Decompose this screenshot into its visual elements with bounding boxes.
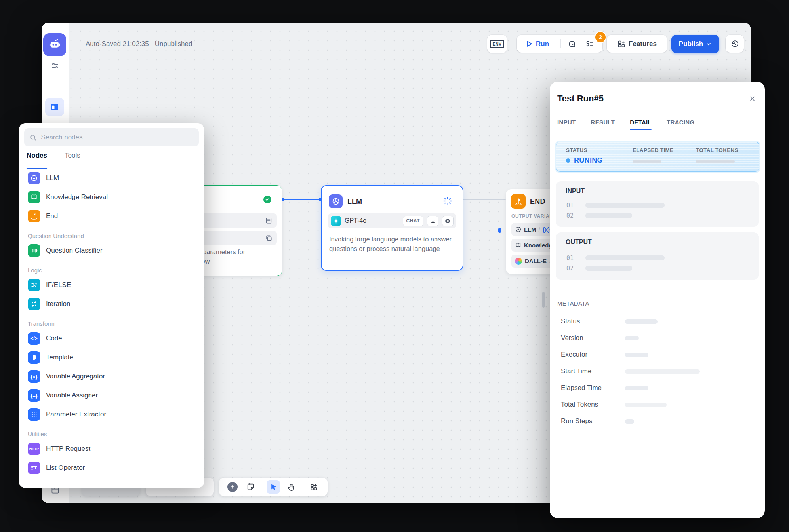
publish-button[interactable]: Publish: [671, 35, 719, 53]
brain-icon: [28, 172, 40, 184]
toolbar-divider: [262, 483, 262, 491]
spinner-icon: [442, 196, 453, 206]
meta-status-label: Status: [561, 317, 580, 325]
dalle-icon: [515, 258, 522, 265]
skeleton-bar: [633, 160, 661, 163]
tab-tools[interactable]: Tools: [65, 152, 80, 165]
node-item-variable-assigner[interactable]: {=} Variable Assigner: [19, 386, 204, 405]
llm-node-title: LLM: [347, 198, 362, 206]
row-index: 02: [566, 212, 574, 219]
node-item-llm[interactable]: LLM: [19, 169, 204, 188]
classifier-icon: [28, 244, 40, 257]
skeleton-bar: [625, 403, 667, 407]
skeleton-bar: [585, 213, 632, 218]
row-index: 02: [566, 265, 574, 272]
version-history-button[interactable]: [726, 35, 744, 53]
document-icon: [265, 217, 273, 224]
run-button[interactable]: Run: [521, 35, 554, 53]
close-button[interactable]: [747, 93, 757, 104]
elapsed-time-label: ELAPSED TIME: [633, 147, 673, 153]
braces-x-icon: {x}: [28, 370, 40, 383]
robot-logo-icon: [48, 38, 61, 51]
page: Auto-Saved 21:02:35 · Unpublished ENV Ru…: [0, 0, 789, 532]
add-note-button[interactable]: [244, 480, 257, 494]
app-logo[interactable]: [43, 33, 66, 56]
search-box: [24, 128, 199, 146]
variable-source: DALL-E: [525, 258, 547, 264]
flag-icon: [28, 210, 40, 222]
node-item-list-operator[interactable]: List Operator: [19, 458, 204, 477]
sidebar-divider: [47, 83, 62, 83]
pointer-tool-button[interactable]: [267, 480, 280, 494]
node-item-variable-aggregator[interactable]: {x} Variable Aggregator: [19, 367, 204, 386]
code-icon: </>: [28, 332, 40, 345]
skeleton-bar: [625, 386, 648, 390]
meta-start-time-label: Start Time: [561, 367, 591, 375]
edge-connector[interactable]: [498, 228, 501, 233]
close-icon: [749, 95, 756, 103]
tab-tracing[interactable]: TRACING: [667, 115, 694, 129]
env-icon: ENV: [492, 40, 502, 48]
toolbar-divider: [560, 39, 561, 48]
node-item-code[interactable]: </> Code: [19, 329, 204, 348]
copy-icon: [265, 234, 273, 242]
play-icon: [526, 40, 533, 48]
skeleton-bar: [585, 266, 632, 271]
http-icon: HTTP: [28, 443, 40, 455]
status-value: RUNING: [566, 156, 603, 165]
organize-nodes-button[interactable]: [307, 480, 321, 494]
meta-run-steps-label: Run Steps: [561, 417, 592, 425]
section-utilities: Utilities: [19, 431, 204, 437]
row-index: 01: [566, 255, 574, 262]
chevron-down-icon: [705, 41, 712, 47]
node-item-knowledge-retrieval[interactable]: Knowledge Retrieval: [19, 188, 204, 207]
tab-detail[interactable]: DETAIL: [630, 115, 652, 129]
node-item-end[interactable]: End: [19, 207, 204, 226]
robot-icon: [430, 218, 436, 224]
node-item-iteration[interactable]: Iteration: [19, 294, 204, 314]
meta-total-tokens-label: Total Tokens: [561, 401, 598, 408]
dot-grid-icon: [28, 408, 40, 421]
skeleton-bar: [585, 203, 665, 208]
hand-tool-button[interactable]: [284, 480, 298, 494]
row-index: 01: [566, 202, 574, 209]
autosave-status: Auto-Saved 21:02:35 · Unpublished: [86, 40, 192, 48]
run-history-icon[interactable]: [568, 39, 577, 49]
brain-icon: [515, 226, 522, 233]
eye-icon: [444, 218, 451, 224]
node-item-parameter-extractor[interactable]: Parameter Extractor: [19, 405, 204, 424]
model-selector[interactable]: GPT-4o CHAT: [328, 213, 456, 228]
node-item-question-classifier[interactable]: Question Classifier: [19, 241, 204, 260]
tab-result[interactable]: RESULT: [591, 115, 615, 129]
book-icon: [515, 242, 522, 249]
list-filter-icon: [28, 462, 40, 474]
features-button[interactable]: Features: [607, 35, 667, 53]
workflow-tool-active[interactable]: [45, 98, 64, 116]
node-item-http-request[interactable]: HTTP HTTP Request: [19, 439, 204, 458]
test-run-tabs: INPUT RESULT DETAIL TRACING: [550, 115, 765, 129]
run-label: Run: [536, 40, 549, 48]
add-node-button[interactable]: [226, 480, 239, 494]
tab-input[interactable]: INPUT: [557, 115, 576, 129]
test-run-title: Test Run#5: [557, 93, 604, 104]
env-button[interactable]: ENV: [487, 35, 507, 53]
llm-node[interactable]: LLM GPT-4o CHAT: [321, 185, 463, 271]
publish-label: Publish: [679, 40, 703, 48]
skeleton-bar: [625, 419, 634, 424]
checklist-icon[interactable]: [585, 39, 595, 49]
book-icon: [28, 191, 40, 203]
node-item-template[interactable]: Template: [19, 348, 204, 367]
status-card: STATUS ELAPSED TIME TOTAL TOKENS RUNING: [556, 142, 759, 172]
skeleton-bar: [625, 319, 658, 324]
output-card: OUTPUT 01 02: [556, 232, 759, 280]
node-item-if-else[interactable]: IF/ELSE: [19, 276, 204, 294]
preferences-button[interactable]: [50, 60, 61, 71]
input-title: INPUT: [566, 188, 585, 195]
metadata-title: METADATA: [557, 300, 589, 307]
run-toolbar: Run 2: [517, 35, 602, 53]
panel-resize-handle[interactable]: [542, 292, 545, 308]
search-input[interactable]: [40, 133, 193, 142]
skeleton-bar: [625, 369, 700, 374]
sliders-icon: [50, 61, 60, 70]
tab-nodes[interactable]: Nodes: [27, 152, 47, 165]
